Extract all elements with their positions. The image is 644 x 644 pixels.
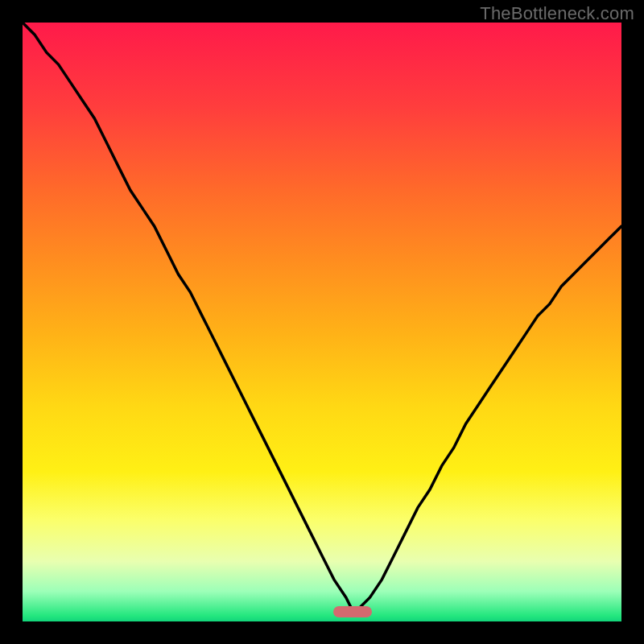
plot-area [23, 23, 621, 621]
bottleneck-curve-path [23, 23, 621, 609]
minimum-marker [333, 606, 372, 617]
chart-frame: TheBottleneck.com [0, 0, 644, 644]
watermark-text: TheBottleneck.com [480, 3, 634, 24]
bottleneck-curve-svg [23, 23, 621, 621]
